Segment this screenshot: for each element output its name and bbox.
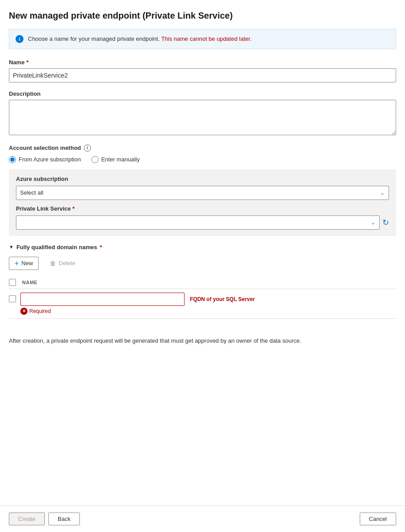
account-selection-info-icon[interactable]: i (84, 145, 91, 152)
private-link-required-star: * (72, 205, 75, 212)
page-title: New managed private endpoint (Private Li… (9, 11, 396, 21)
private-link-dropdown-row: ⌄ ↻ (16, 215, 389, 230)
radio-from-azure-input[interactable] (9, 156, 16, 163)
cancel-button[interactable]: Cancel (360, 512, 396, 525)
info-banner-text: Choose a name for your managed private e… (28, 35, 252, 43)
fqdn-section: ▼ Fully qualified domain names * + New 🗑… (9, 244, 396, 319)
table-header-row: NAME (9, 276, 396, 289)
required-msg-text: Required (29, 308, 51, 314)
create-button[interactable]: Create (9, 512, 45, 525)
col-name-header: NAME (20, 280, 37, 285)
collapse-triangle-icon[interactable]: ▼ (9, 244, 14, 250)
private-link-service-dropdown[interactable] (16, 215, 380, 230)
info-banner: i Choose a name for your managed private… (9, 29, 396, 49)
fqdn-toolbar: + New 🗑 Delete (9, 257, 396, 270)
radio-enter-manually-label: Enter manually (101, 156, 140, 163)
fqdn-required-msg: ✕ Required (20, 308, 396, 315)
azure-subscription-dropdown[interactable]: Select all (16, 186, 389, 200)
private-link-service-section: Private Link Service * ⌄ ↻ (16, 205, 389, 230)
description-field-group: Description (9, 90, 396, 137)
back-button[interactable]: Back (48, 512, 80, 525)
fqdn-hint: FQDN of your SQL Server (190, 296, 255, 302)
radio-group: From Azure subscription Enter manually (9, 156, 396, 163)
radio-from-azure-label: From Azure subscription (19, 156, 81, 163)
info-banner-highlight: This name cannot be updated later. (161, 35, 252, 42)
info-icon: i (16, 35, 24, 43)
account-selection-label: Account selection method i (9, 145, 396, 152)
delete-button[interactable]: 🗑 Delete (44, 257, 81, 270)
footer-note: After creation, a private endpoint reque… (9, 336, 396, 359)
fqdn-input-wrapper: FQDN of your SQL Server (20, 293, 396, 306)
refresh-icon[interactable]: ↻ (382, 218, 389, 227)
azure-subscription-section: Azure subscription Select all ⌄ Private … (9, 169, 396, 236)
fqdn-table: NAME FQDN of your SQL Server ✕ Required (9, 276, 396, 319)
plus-icon: + (15, 259, 19, 267)
table-row: FQDN of your SQL Server ✕ Required (9, 289, 396, 318)
delete-icon: 🗑 (50, 260, 56, 267)
radio-from-azure[interactable]: From Azure subscription (9, 156, 81, 163)
name-required-star: * (26, 59, 28, 66)
fqdn-required-star: * (100, 244, 102, 250)
new-button-label: New (21, 260, 33, 266)
description-label: Description (9, 90, 396, 97)
private-link-service-label: Private Link Service * (16, 205, 389, 212)
account-selection-group: Account selection method i From Azure su… (9, 145, 396, 236)
name-field-group: Name * (9, 59, 396, 82)
private-link-service-dropdown-wrapper: ⌄ (16, 215, 380, 230)
fqdn-label: Fully qualified domain names (16, 244, 97, 250)
name-label: Name * (9, 59, 396, 66)
azure-subscription-label: Azure subscription (16, 176, 389, 182)
name-input[interactable] (9, 68, 396, 82)
radio-enter-manually-input[interactable] (91, 156, 98, 163)
azure-subscription-dropdown-wrapper: Select all ⌄ (16, 186, 389, 200)
new-button[interactable]: + New (9, 257, 39, 270)
bottom-bar: Create Back Cancel (0, 505, 405, 532)
delete-button-label: Delete (59, 260, 75, 266)
fqdn-header: ▼ Fully qualified domain names * (9, 244, 396, 250)
row-checkbox[interactable] (9, 295, 16, 302)
description-input[interactable] (9, 100, 396, 135)
fqdn-input-area: FQDN of your SQL Server ✕ Required (20, 293, 396, 315)
fqdn-text-input[interactable] (20, 293, 185, 306)
table-select-all-checkbox[interactable] (9, 279, 16, 286)
error-icon: ✕ (20, 308, 28, 315)
radio-enter-manually[interactable]: Enter manually (91, 156, 140, 163)
